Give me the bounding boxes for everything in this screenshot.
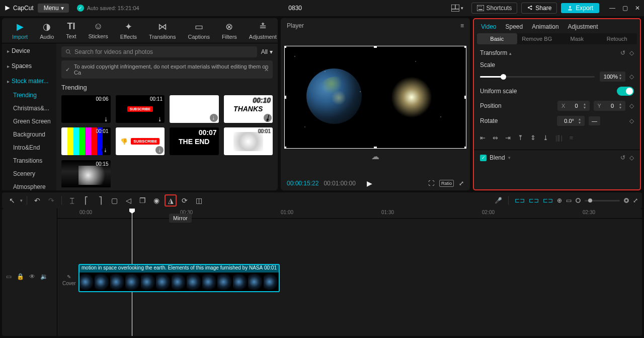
close-icon[interactable]: ✕ <box>635 5 640 12</box>
stepper-icon[interactable]: ▴▾ <box>619 73 621 80</box>
player-canvas[interactable] <box>284 46 466 149</box>
sidenav-background[interactable]: Background <box>2 128 56 141</box>
crop-button[interactable]: ◫ <box>193 194 205 207</box>
sidenav-christmas[interactable]: Christmas&... <box>2 102 56 115</box>
sidenav-introend[interactable]: Intro&End <box>2 141 56 154</box>
undo-button[interactable]: ↶ <box>31 194 43 207</box>
zoom-fit-icon[interactable]: ⤢ <box>633 197 638 204</box>
magnet-link-icon[interactable]: ⊏⊐ <box>543 197 553 204</box>
media-thumb[interactable]: SUBSCRIBE00:11⭳ <box>116 95 165 123</box>
sidenav-scenery[interactable]: Scenery <box>2 167 56 180</box>
copy-button[interactable]: ❐ <box>136 194 148 207</box>
topnav-import[interactable]: ▶Import <box>6 18 34 43</box>
sidenav-stock[interactable]: Stock mater... <box>2 74 56 89</box>
download-icon[interactable]: ⭳ <box>264 114 272 122</box>
menu-button[interactable]: Menu ▾ <box>38 4 69 13</box>
delete-button[interactable]: ▢ <box>108 194 120 207</box>
align-bottom-icon[interactable]: ⤓ <box>543 134 548 142</box>
zoom-marker-icon[interactable]: ▭ <box>566 197 572 204</box>
magnet-main-icon[interactable]: ⊏⊐ <box>515 197 525 204</box>
track-collapse-icon[interactable]: ▭ <box>6 273 12 280</box>
subtab-mask[interactable]: Mask <box>557 33 597 44</box>
scale-slider[interactable] <box>480 76 595 78</box>
media-thumb[interactable]: 00:01⭳ <box>61 127 111 155</box>
keyframe-icon[interactable]: ◇ <box>629 73 634 80</box>
topnav-effects[interactable]: ✦Effects <box>114 18 143 43</box>
align-left-icon[interactable]: ⇤ <box>480 134 486 142</box>
topnav-text[interactable]: TIText <box>60 18 82 43</box>
media-thumb[interactable]: 00:01 <box>224 127 273 155</box>
mirror-button[interactable]: ◮ <box>165 194 177 207</box>
download-icon[interactable]: ⭳ <box>102 146 110 154</box>
expand-icon[interactable]: ▾ <box>508 155 511 160</box>
track-lock-icon[interactable]: 🔒 <box>17 273 24 280</box>
sidenav-greenscreen[interactable]: Green Screen <box>2 115 56 128</box>
redo-button[interactable]: ↷ <box>45 194 57 207</box>
download-icon[interactable]: ⭳ <box>210 114 218 122</box>
vr-icon[interactable]: ☁ <box>284 152 466 161</box>
topnav-audio[interactable]: ◑Audio <box>34 18 60 43</box>
sidenav-spaces[interactable]: Spaces <box>2 58 56 74</box>
timeline-body[interactable]: 00:00 00:30 01:00 01:30 02:00 02:30 moti… <box>57 209 642 336</box>
shortcuts-button[interactable]: Shortcuts <box>471 3 518 14</box>
export-button[interactable]: Export <box>561 3 599 13</box>
play-button[interactable]: ▶ <box>367 179 372 187</box>
topnav-transitions[interactable]: ⋈Transitions <box>143 18 182 43</box>
pointer-tool[interactable]: ↖ <box>6 194 18 207</box>
download-icon[interactable]: ⭳ <box>155 146 164 154</box>
scale-fit-icon[interactable]: ⛶ <box>428 180 434 187</box>
tab-video[interactable]: Video <box>481 23 496 30</box>
keyframe-icon[interactable]: ◇ <box>629 154 634 161</box>
media-thumb[interactable]: 00:15 <box>61 160 111 187</box>
topnav-stickers[interactable]: ☺Stickers <box>83 18 114 43</box>
topnav-adjustment[interactable]: ≛Adjustment <box>243 18 283 43</box>
timeline-clip[interactable]: motion in space overlooking the earth. E… <box>78 264 280 292</box>
subtab-removebg[interactable]: Remove BG <box>517 33 557 44</box>
subtab-basic[interactable]: Basic <box>477 33 517 44</box>
chevron-down-icon[interactable]: ▾ <box>20 198 23 203</box>
maximize-icon[interactable]: ▢ <box>622 5 628 12</box>
sidenav-trending[interactable]: Trending <box>2 89 56 102</box>
track-mute-icon[interactable]: 🔉 <box>40 273 48 280</box>
tab-adjustment[interactable]: Adjustment <box>568 23 598 30</box>
align-right-icon[interactable]: ⇥ <box>505 134 511 142</box>
magnet-audio-icon[interactable]: ⊏⊐ <box>529 197 539 204</box>
reset-icon[interactable]: ↺ <box>620 154 625 161</box>
minimize-icon[interactable]: — <box>609 5 615 12</box>
align-hcenter-icon[interactable]: ⇔ <box>493 134 498 142</box>
tab-speed[interactable]: Speed <box>505 23 523 30</box>
ratio-button[interactable]: Ratio <box>439 180 454 187</box>
stepper-icon[interactable]: ▴▾ <box>584 102 586 109</box>
close-notice-icon[interactable]: ✕ <box>264 66 269 73</box>
share-button[interactable]: Share <box>521 3 557 14</box>
media-thumb[interactable]: 👎SUBSCRIBE⭳ <box>116 127 165 155</box>
delete-right-button[interactable]: ⎤ <box>94 194 106 207</box>
crop-left-icon[interactable]: ◁ <box>122 194 134 207</box>
media-thumb[interactable]: THANKS00:10⭳ <box>224 95 273 123</box>
download-icon[interactable]: ⭳ <box>104 116 109 122</box>
search-input[interactable]: Search for videos and photos <box>61 46 257 57</box>
timeline-ruler[interactable]: 00:00 00:30 01:00 01:30 02:00 02:30 <box>57 209 642 219</box>
player-menu-icon[interactable]: ≡ <box>460 22 464 29</box>
align-vcenter-icon[interactable]: ⇕ <box>530 134 536 142</box>
split-button[interactable]: ⌶ <box>66 194 78 207</box>
stepper-icon[interactable]: ▴▾ <box>619 102 621 109</box>
position-y-input[interactable]: Y0▴▾ <box>594 101 625 111</box>
reset-icon[interactable]: ↺ <box>620 49 625 56</box>
reverse-button[interactable]: ◉ <box>150 194 163 207</box>
sidenav-transitions[interactable]: Transitions <box>2 154 56 167</box>
sidenav-device[interactable]: Device <box>2 43 56 58</box>
download-icon[interactable]: ⭳ <box>157 116 163 122</box>
stepper-icon[interactable]: ▴▾ <box>579 117 581 124</box>
filter-all-button[interactable]: All ▾ <box>261 48 273 55</box>
collapse-icon[interactable]: ▴ <box>509 51 512 56</box>
media-thumb[interactable]: THE END00:07 <box>170 127 219 155</box>
sidenav-atmosphere[interactable]: Atmosphere <box>2 180 56 193</box>
topnav-captions[interactable]: ▭Captions <box>182 18 215 43</box>
blend-checkbox[interactable]: ✓ <box>480 155 487 161</box>
rotate-button[interactable]: ⟳ <box>179 194 191 207</box>
position-x-input[interactable]: X0▴▾ <box>557 101 589 111</box>
media-thumb[interactable]: ⭳ <box>170 95 219 123</box>
topnav-filters[interactable]: ⊗Filters <box>216 18 243 43</box>
track-visibility-icon[interactable]: 👁 <box>29 273 35 280</box>
